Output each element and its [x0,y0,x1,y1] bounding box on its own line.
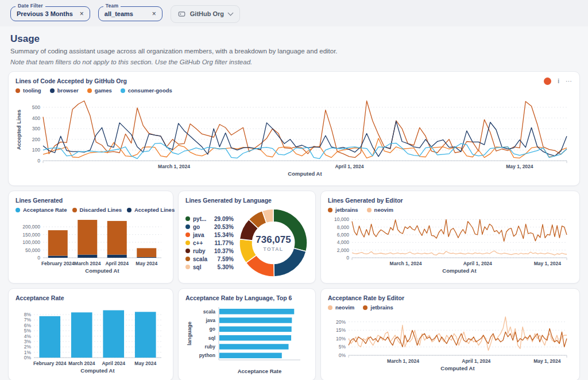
usage-section: Usage Summary of coding assistant usage … [0,26,588,380]
org-lines-chart[interactable]: 0100200300400500March 1, 2024April 1, 20… [16,95,572,178]
legend-value: 7.59% [214,256,234,262]
chart-title: Lines Generated [16,197,166,204]
legend-item-jetbrains[interactable]: jetbrains [363,304,393,311]
svg-text:March 2024: March 2024 [74,261,101,266]
acceptance-by-language-chart[interactable]: scalajavagosqlrubypythonAcceptance Ratel… [185,303,308,375]
legend-item-consumer-goods[interactable]: consumer-goods [121,87,172,94]
avatar-icon[interactable] [544,77,551,85]
legend-item-tooling[interactable]: tooling [16,87,41,94]
legend-dot [185,249,190,253]
legend-item-java[interactable]: java [185,232,207,238]
svg-text:April 1, 2024: April 1, 2024 [463,261,492,266]
acceptance-rate-chart[interactable]: 0%1%2%3%4%5%6%7%8%February 2024March 202… [16,303,166,375]
legend-item-jetbrains[interactable]: jetbrains [328,207,358,213]
legend-item-browser[interactable]: browser [50,87,79,94]
legend-dot [185,216,190,221]
team-filter-chip[interactable]: Team all_teams × [98,6,163,21]
svg-text:0%: 0% [339,352,346,358]
svg-text:1%: 1% [24,350,32,355]
legend-label: Discarded Lines [80,207,122,213]
section-description: Summary of coding assistant usage across… [10,48,578,55]
legend-label: ruby [193,248,206,254]
legend-item-ruby[interactable]: ruby [185,248,207,254]
svg-text:March 1, 2024: March 1, 2024 [390,261,422,266]
legend-label: c++ [193,240,203,246]
legend-dot [16,208,20,212]
legend-dot [328,208,332,212]
svg-text:3%: 3% [24,339,32,344]
chevron-down-icon [228,10,234,15]
close-icon[interactable]: × [152,10,156,17]
svg-text:150,000: 150,000 [22,232,40,238]
svg-text:Computed At: Computed At [440,365,475,371]
svg-text:10,000: 10,000 [334,216,349,222]
svg-text:Computed At: Computed At [288,170,322,177]
acceptance-by-editor-chart[interactable]: 0%5%10%15%20%March 1, 2024April 1, 2024M… [328,312,572,373]
legend-dot [185,241,190,245]
legend-dot [127,208,131,212]
chart-title: Lines Generated by Language [185,197,308,204]
legend-label: Accepted Lines [134,207,175,213]
page-title: Usage [10,33,578,45]
legend-item-scala[interactable]: scala [185,256,207,262]
legend-dot [121,88,125,93]
info-icon[interactable]: i [558,78,559,84]
date-filter-label: Date Filter [16,3,45,9]
legend-label: games [95,87,112,94]
legend-dot [185,232,190,237]
svg-text:March 1, 2024: March 1, 2024 [387,358,419,364]
legend-item-neovim[interactable]: neovim [367,207,393,213]
svg-text:Computed At: Computed At [80,367,115,374]
svg-text:20%: 20% [336,319,346,325]
legend-value: 29.09% [214,216,234,222]
svg-text:8%: 8% [24,312,32,317]
editor-lines-chart[interactable]: 02,0004,0006,0008,00010,000March 1, 2024… [328,214,572,275]
svg-text:5%: 5% [339,344,346,350]
svg-text:java: java [205,317,215,323]
legend-item-sql[interactable]: sql [185,264,207,270]
team-filter-label: Team [103,3,121,9]
lines-generated-chart[interactable]: 050,000100,000150,000200,000February 202… [16,214,166,275]
github-org-button[interactable]: GitHub Org [171,5,240,23]
svg-text:March 2024: March 2024 [68,360,95,366]
close-icon[interactable]: × [80,10,84,17]
chart-legend: toolingbrowsergamesconsumer-goods [16,87,172,94]
svg-text:50,000: 50,000 [25,247,40,253]
card-acceptance-by-language: Acceptance Rate by Language, Top 6 scala… [178,288,316,380]
date-filter-chip[interactable]: Date Filter Previous 3 Months × [10,6,90,21]
language-donut-chart[interactable]: 736,075 TOTAL [238,208,308,277]
svg-text:April 1, 2024: April 1, 2024 [335,164,363,169]
legend-label: pyt... [193,216,206,222]
svg-text:Computed At: Computed At [85,267,119,274]
date-filter-value: Previous 3 Months [17,10,73,17]
legend-item-neovim[interactable]: neovim [328,304,354,311]
legend-value: 5.30% [214,264,234,270]
legend-dot [87,88,92,93]
ellipsis-icon[interactable]: ⋯ [566,79,572,83]
legend-item-accepted-lines[interactable]: Accepted Lines [127,207,175,213]
svg-text:May 1, 2024: May 1, 2024 [534,261,562,266]
svg-text:sql: sql [208,335,215,341]
legend-label: neovim [335,304,354,311]
card-lines-by-editor: Lines Generated by Editor jetbrainsneovi… [320,191,580,284]
legend-dot [185,257,190,261]
legend-item-discarded-lines[interactable]: Discarded Lines [72,207,122,213]
svg-text:8,000: 8,000 [337,224,350,230]
chart-legend: jetbrainsneovim [328,207,572,213]
legend-label: go [193,224,200,230]
svg-text:300: 300 [32,126,40,131]
svg-text:2,000: 2,000 [337,247,350,253]
chart-title: Acceptance Rate by Language, Top 6 [185,294,308,301]
legend-item-go[interactable]: go [185,224,207,230]
legend-dot [367,208,372,212]
legend-item-acceptance-rate[interactable]: Acceptance Rate [16,207,67,213]
legend-item-games[interactable]: games [87,87,112,94]
svg-text:400: 400 [32,115,40,121]
filter-bar: Date Filter Previous 3 Months × Team all… [0,0,588,26]
legend-item-c-[interactable]: c++ [185,240,207,246]
legend-label: tooling [23,87,41,94]
legend-dot [72,208,77,212]
legend-label: Acceptance Rate [23,207,67,213]
charts-row-1: Lines Generated Acceptance RateDiscarded… [8,191,580,284]
legend-item-pyt-[interactable]: pyt... [185,216,207,222]
